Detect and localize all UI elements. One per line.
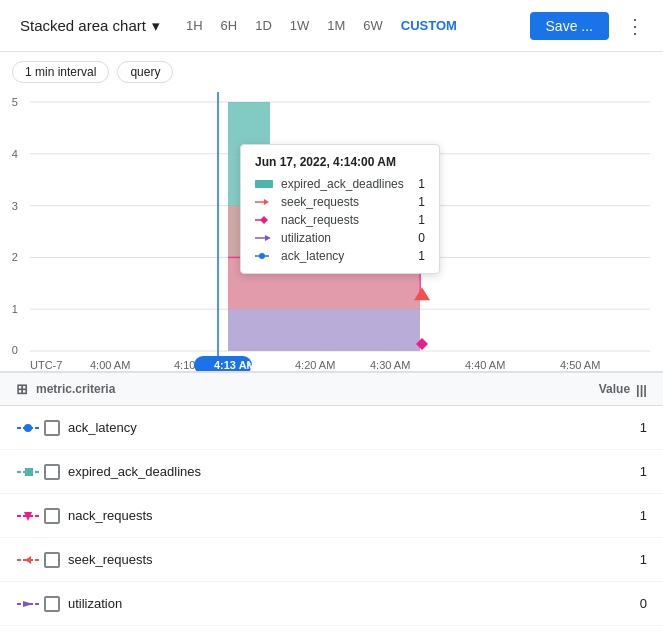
chart-title-label: Stacked area chart <box>20 17 146 34</box>
svg-text:3: 3 <box>12 200 18 212</box>
sub-header: 1 min interval query <box>0 52 663 92</box>
tooltip-val-ack: 1 <box>413 249 425 263</box>
tooltip-val-util: 0 <box>413 231 425 245</box>
svg-text:1: 1 <box>12 303 18 315</box>
row-label-nack: nack_requests <box>68 508 627 523</box>
svg-text:4:10: 4:10 <box>174 359 195 371</box>
tooltip-label-seek: seek_requests <box>281 195 405 209</box>
table-row: utilization 0 <box>0 582 663 626</box>
table-header-value: Value ||| <box>599 382 647 397</box>
dropdown-icon: ▾ <box>152 17 160 35</box>
row-value-nack: 1 <box>627 508 647 523</box>
chart-title-dropdown[interactable]: Stacked area chart ▾ <box>12 13 168 39</box>
svg-text:4:40 AM: 4:40 AM <box>465 359 505 371</box>
table-row: expired_ack_deadlines 1 <box>0 450 663 494</box>
time-btn-1d[interactable]: 1D <box>247 14 280 37</box>
svg-marker-35 <box>264 199 269 205</box>
table-header: ⊞ metric.criteria Value ||| <box>0 373 663 406</box>
svg-rect-45 <box>25 468 33 476</box>
tooltip-icon-ack <box>255 251 273 261</box>
time-btn-6h[interactable]: 6H <box>213 14 246 37</box>
tooltip-label-expired: expired_ack_deadlines <box>281 177 405 191</box>
svg-text:4: 4 <box>12 148 18 160</box>
time-btn-6w[interactable]: 6W <box>355 14 391 37</box>
svg-point-41 <box>259 253 265 259</box>
row-checkbox-ack-latency[interactable] <box>44 420 60 436</box>
row-label-seek: seek_requests <box>68 552 627 567</box>
interval-tag[interactable]: 1 min interval <box>12 61 109 83</box>
tooltip-row-nack: nack_requests 1 <box>255 213 425 227</box>
row-icon-ack-latency <box>16 419 40 437</box>
row-icon-expired <box>16 463 40 481</box>
chart-container: 5 4 3 2 1 0 UTC-7 4:00 AM 4:10 <box>0 92 663 372</box>
tooltip-title: Jun 17, 2022, 4:14:00 AM <box>255 155 425 169</box>
save-button[interactable]: Save ... <box>530 12 609 40</box>
row-icon-seek <box>16 551 40 569</box>
metric-grid-icon: ⊞ <box>16 381 28 397</box>
row-checkbox-util[interactable] <box>44 596 60 612</box>
table-section: ⊞ metric.criteria Value ||| ack_latency … <box>0 372 663 626</box>
tooltip-val-nack: 1 <box>413 213 425 227</box>
tooltip-row-ack: ack_latency 1 <box>255 249 425 263</box>
svg-text:5: 5 <box>12 96 18 108</box>
row-checkbox-expired[interactable] <box>44 464 60 480</box>
table-row: nack_requests 1 <box>0 494 663 538</box>
time-btn-1w[interactable]: 1W <box>282 14 318 37</box>
svg-marker-17 <box>228 309 420 351</box>
svg-point-43 <box>24 424 32 432</box>
tooltip-val-seek: 1 <box>413 195 425 209</box>
row-value-expired: 1 <box>627 464 647 479</box>
tooltip-icon-util <box>255 233 273 243</box>
tooltip-label-util: utilization <box>281 231 405 245</box>
svg-rect-33 <box>255 180 273 188</box>
svg-marker-37 <box>260 216 268 224</box>
header: Stacked area chart ▾ 1H 6H 1D 1W 1M 6W C… <box>0 0 663 52</box>
svg-text:UTC-7: UTC-7 <box>30 359 62 371</box>
tooltip: Jun 17, 2022, 4:14:00 AM expired_ack_dea… <box>240 144 440 274</box>
tooltip-row-seek: seek_requests 1 <box>255 195 425 209</box>
row-checkbox-nack[interactable] <box>44 508 60 524</box>
row-icon-util <box>16 595 40 613</box>
value-label: Value <box>599 382 630 396</box>
tooltip-row-util: utilization 0 <box>255 231 425 245</box>
columns-icon[interactable]: ||| <box>636 382 647 397</box>
row-icon-nack <box>16 507 40 525</box>
time-btn-1h[interactable]: 1H <box>178 14 211 37</box>
more-options-button[interactable]: ⋮ <box>619 10 651 42</box>
svg-text:0: 0 <box>12 344 18 356</box>
tooltip-icon-nack <box>255 215 273 225</box>
row-value-seek: 1 <box>627 552 647 567</box>
row-label-util: utilization <box>68 596 627 611</box>
svg-text:×: × <box>246 359 252 370</box>
table-row: seek_requests 1 <box>0 538 663 582</box>
time-btn-1m[interactable]: 1M <box>319 14 353 37</box>
query-tag[interactable]: query <box>117 61 173 83</box>
tooltip-label-nack: nack_requests <box>281 213 405 227</box>
svg-marker-51 <box>23 601 33 607</box>
svg-marker-49 <box>25 556 31 564</box>
time-btn-custom[interactable]: CUSTOM <box>393 14 465 37</box>
table-header-metric: ⊞ metric.criteria <box>16 381 599 397</box>
tooltip-val-expired: 1 <box>413 177 425 191</box>
table-row: ack_latency 1 <box>0 406 663 450</box>
svg-text:4:00 AM: 4:00 AM <box>90 359 130 371</box>
time-range-buttons: 1H 6H 1D 1W 1M 6W CUSTOM <box>178 14 465 37</box>
row-label-ack-latency: ack_latency <box>68 420 627 435</box>
row-value-util: 0 <box>627 596 647 611</box>
svg-text:4:50 AM: 4:50 AM <box>560 359 600 371</box>
svg-marker-39 <box>265 235 271 241</box>
tooltip-icon-expired <box>255 179 273 189</box>
row-value-ack-latency: 1 <box>627 420 647 435</box>
row-checkbox-seek[interactable] <box>44 552 60 568</box>
svg-text:4:20 AM: 4:20 AM <box>295 359 335 371</box>
svg-text:4:30 AM: 4:30 AM <box>370 359 410 371</box>
tooltip-row-expired: expired_ack_deadlines 1 <box>255 177 425 191</box>
tooltip-icon-seek <box>255 197 273 207</box>
metric-criteria-label: metric.criteria <box>36 382 115 396</box>
svg-text:2: 2 <box>12 251 18 263</box>
row-label-expired: expired_ack_deadlines <box>68 464 627 479</box>
tooltip-label-ack: ack_latency <box>281 249 405 263</box>
